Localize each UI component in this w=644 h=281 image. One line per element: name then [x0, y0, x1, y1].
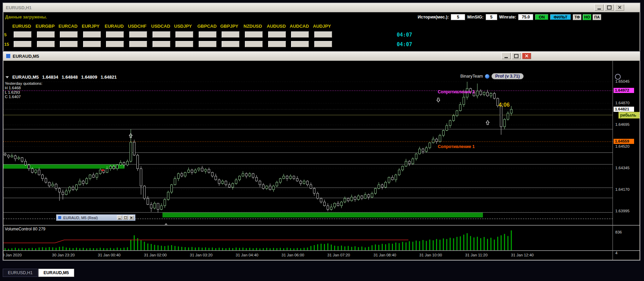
timeframe-label-m5: 5	[4, 32, 6, 37]
close-icon	[618, 5, 621, 9]
signal-button-audcad-m5[interactable]	[291, 31, 309, 38]
signal-button-usdchf-m5[interactable]	[129, 31, 147, 38]
yesterday-low: L 1.6293	[5, 90, 42, 95]
maximize-button[interactable]	[123, 215, 128, 220]
minimize-icon	[504, 57, 508, 58]
signal-countdown: 04:07	[397, 32, 412, 38]
signal-button-usdchf-m15[interactable]	[129, 41, 147, 47]
support-zones	[3, 164, 483, 217]
pair-label-eurcad: EURCAD	[58, 24, 78, 29]
volume-indicator-label: VolumeControl 80 279	[5, 227, 45, 231]
time-axis-label: 31 Jan 06:00	[281, 253, 304, 257]
version-badge: Prof (v 3.71)	[491, 73, 524, 79]
minimized-chart-buttons	[117, 215, 134, 220]
time-axis-label: 31 Jan 08:40	[373, 253, 396, 257]
signal-button-audusd-m15[interactable]	[268, 41, 286, 47]
winrate-input[interactable]: 75.0	[518, 14, 533, 20]
signal-button-gbpcad-m15[interactable]	[199, 41, 216, 47]
signal-button-gbpjpy-m15[interactable]	[222, 41, 239, 47]
brand-dot-icon	[485, 74, 489, 79]
signal-button-audjpy-m5[interactable]	[314, 31, 332, 38]
on-button[interactable]: ON	[535, 14, 548, 20]
tab-eurusd-h1[interactable]: EURUSD,H1	[3, 269, 38, 277]
window-eurusd-h1: EURUSD,H1 Данные загружены. История(мес.…	[3, 3, 640, 52]
window2-content: EURAUD,M5 1.64834 1.64848 1.64809 1.6482…	[3, 61, 640, 260]
symbol-dropdown-icon[interactable]	[5, 76, 9, 78]
info-icon[interactable]	[615, 74, 621, 80]
signal-button-audjpy-m15[interactable]	[314, 41, 332, 47]
close-button[interactable]	[129, 215, 134, 220]
chart-window-icon	[6, 54, 11, 58]
signal-button-eurjpy-m15[interactable]	[83, 41, 101, 47]
signal-button-eurcad-m5[interactable]	[60, 31, 78, 38]
chart-ohlc-header: EURAUD,M5 1.64834 1.64848 1.64809 1.6482…	[5, 75, 117, 80]
window1-titlebar[interactable]: EURUSD,H1	[3, 3, 640, 12]
time-axis-label: 31 Jan 03:20	[190, 253, 213, 257]
price-axis-tag: 1.64972	[614, 88, 634, 93]
chart-tabbar: EURUSD,H1 EURAUD,M5	[3, 269, 74, 277]
signal-button-audcad-m15[interactable]	[291, 41, 309, 47]
close-button[interactable]	[615, 4, 624, 11]
time-axis-label: 30 Jan 23:20	[52, 253, 75, 257]
pair-label-usdchf: USDCHF	[128, 24, 146, 29]
signal-button-usdcad-m15[interactable]	[153, 41, 170, 47]
maximize-button[interactable]	[605, 4, 614, 11]
toggle-ПА[interactable]: ПА	[593, 14, 601, 20]
toggle-НО[interactable]: НО	[583, 14, 591, 20]
window2-titlebar[interactable]: EURAUD,M5	[3, 52, 640, 61]
window1-content: Данные загружены. История(мес.): 5 MinSI…	[3, 12, 640, 51]
timeframe-label-m15: 15	[4, 42, 9, 47]
history-input[interactable]: 5	[451, 14, 465, 20]
signal-button-euraud-m5[interactable]	[106, 31, 124, 38]
minsig-input[interactable]: 5	[486, 14, 497, 20]
pair-label-eurjpy: EURJPY	[82, 24, 100, 29]
close-button[interactable]	[522, 53, 531, 59]
signal-button-usdcad-m5[interactable]	[153, 31, 170, 38]
volume-indicator-chart	[3, 226, 613, 250]
filter-button[interactable]: ФИЛЬТ	[550, 14, 571, 20]
signal-button-audusd-m5[interactable]	[268, 31, 286, 38]
signal-button-eurusd-m5[interactable]	[14, 31, 31, 38]
chart-high: 1.64848	[62, 75, 78, 80]
maximize-button[interactable]	[512, 53, 521, 59]
signal-button-gbpcad-m5[interactable]	[199, 31, 216, 38]
signal-button-eurcad-m15[interactable]	[60, 41, 78, 47]
volume-bars	[5, 230, 512, 250]
time-axis-label: 31 Jan 07:20	[327, 253, 350, 257]
signal-button-eurgbp-m5[interactable]	[37, 31, 55, 38]
chart-window-icon	[58, 216, 62, 219]
pair-label-gbpcad: GBPCAD	[197, 24, 216, 29]
price-axis-label: 1.64520	[615, 144, 630, 148]
price-axis: 1.650451.648701.646951.645201.643451.641…	[613, 61, 640, 260]
signal-button-eurusd-m15[interactable]	[14, 41, 31, 47]
close-icon[interactable]	[639, 114, 640, 117]
minimize-button[interactable]	[594, 4, 604, 11]
minimized-chart-title: EURAUD, M5 (Real)	[63, 216, 98, 220]
signal-button-nzdusd-m5[interactable]	[245, 31, 263, 38]
price-axis-label: 1.65045	[615, 79, 630, 83]
signal-button-eurgbp-m15[interactable]	[37, 41, 55, 47]
signal-button-usdjpy-m15[interactable]	[175, 41, 193, 47]
toggle-group: ТФНОПА	[573, 14, 601, 20]
signal-button-eurjpy-m5[interactable]	[83, 31, 101, 38]
pair-label-euraud: EURAUD	[105, 24, 124, 29]
signal-button-euraud-m15[interactable]	[106, 41, 124, 47]
signal-button-usdjpy-m5[interactable]	[175, 31, 193, 38]
signal-button-nzdusd-m15[interactable]	[245, 41, 263, 47]
restore-button[interactable]	[117, 215, 122, 220]
yesterday-high: H 1.6468	[5, 86, 42, 90]
history-label: История(мес.):	[418, 15, 449, 19]
time-axis-label: 31 Jan 11:20	[465, 253, 488, 257]
volume-pane: VolumeControl 80 279	[3, 226, 613, 250]
volume-axis-bottom: 4	[615, 251, 617, 255]
minimize-button[interactable]	[501, 53, 511, 59]
brand-name: BinaryTeam	[460, 74, 483, 79]
signal-button-gbpjpy-m5[interactable]	[222, 31, 239, 38]
maximize-icon	[607, 5, 612, 10]
minimized-chart-titlebar[interactable]: EURAUD, M5 (Real)	[56, 214, 135, 221]
toggle-ТФ[interactable]: ТФ	[573, 14, 581, 20]
price-axis-label: 1.63995	[615, 209, 630, 213]
time-axis-label: 31 Jan 02:00	[144, 253, 167, 257]
tab-euraud-m5[interactable]: EURAUD,M5	[38, 269, 74, 277]
winrate-label: Winrate:	[499, 15, 516, 19]
